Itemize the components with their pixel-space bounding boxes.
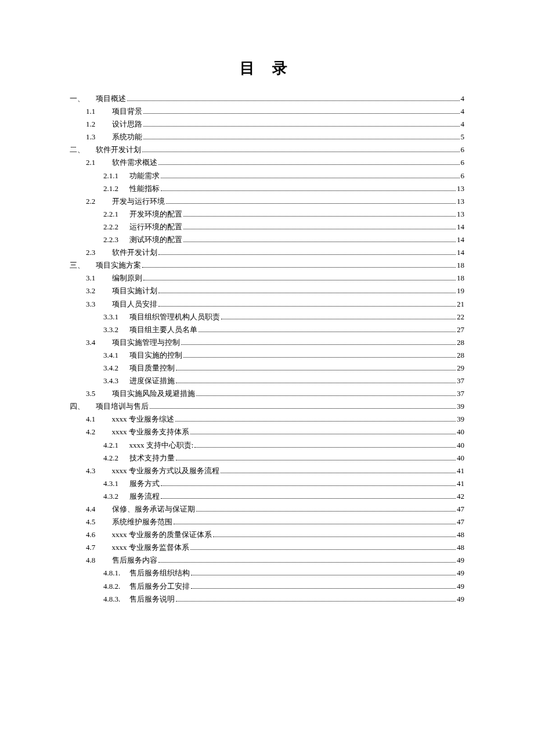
toc-page-number: 19 [457, 285, 464, 297]
toc-leader-dots [161, 478, 456, 486]
toc-number: 4.8.1. [103, 567, 125, 579]
toc-number: 4.8 [86, 554, 108, 567]
toc-leader-dots [190, 427, 456, 434]
toc-leader-dots [181, 337, 456, 345]
toc-label: 运行环境的配置 [129, 221, 182, 233]
toc-number: 4.3 [86, 465, 108, 477]
toc-leader-dots [143, 132, 460, 139]
toc-entry: 4.8.2. 售后服务分工安排49 [70, 580, 464, 593]
toc-leader-dots [143, 119, 460, 127]
toc-leader-dots [196, 504, 456, 512]
toc-number: 3.1 [86, 272, 108, 285]
toc-page-number: 47 [457, 516, 464, 528]
toc-page-number: 49 [457, 554, 464, 567]
toc-label: 进度保证措施 [129, 375, 175, 387]
toc-number: 3.3.2 [103, 323, 125, 336]
toc-entry: 2.3 软件开发计划14 [70, 246, 464, 259]
toc-label: 软件开发计划 [112, 246, 157, 259]
toc-page-number: 41 [457, 465, 464, 477]
toc-label: 项目实施的控制 [129, 349, 182, 362]
toc-number: 二、 [70, 143, 92, 156]
toc-entry: 3.4.2 项目质量控制29 [70, 362, 464, 375]
toc-label: 软件需求概述 [112, 156, 157, 169]
toc-label: 项目概述 [96, 92, 126, 105]
toc-page-number: 28 [457, 336, 464, 349]
toc-entry: 4.8 售后服务内容49 [70, 554, 464, 567]
toc-leader-dots [213, 530, 456, 537]
toc-entry: 3.2 项目实施计划19 [70, 285, 464, 297]
toc-label: 设计思路 [112, 118, 142, 131]
toc-number: 3.2 [86, 285, 108, 297]
toc-entry: 4.2 xxxx 专业服务支持体系40 [70, 426, 464, 438]
toc-leader-dots [183, 350, 456, 358]
toc-entry: 4.7 xxxx 专业服务监督体系48 [70, 541, 464, 554]
toc-leader-dots [161, 183, 456, 191]
toc-leader-dots [190, 542, 456, 550]
toc-number: 1.3 [86, 131, 108, 143]
toc-page-number: 49 [457, 593, 464, 606]
toc-entry: 1.2 设计思路4 [70, 118, 464, 131]
toc-number: 3.4.2 [103, 362, 125, 375]
toc-number: 2.2.2 [103, 221, 125, 233]
toc-page-number: 48 [457, 541, 464, 554]
toc-entry: 4.3.2 服务流程42 [70, 490, 464, 503]
toc-leader-dots [127, 93, 460, 101]
toc-number: 4.3.1 [103, 477, 125, 490]
toc-label: 保修、服务承诺与保证期 [112, 503, 195, 516]
toc-page-number: 21 [457, 298, 464, 311]
toc-label: 服务方式 [129, 477, 160, 490]
table-of-contents: 一、 项目概述41.1 项目背景41.2 设计思路41.3 系统功能5二、 软件… [70, 92, 464, 606]
toc-number: 3.5 [86, 387, 108, 400]
toc-label: 项目培训与售后 [96, 400, 149, 413]
toc-entry: 三、 项目实施方案18 [70, 259, 464, 272]
toc-leader-dots [191, 568, 456, 575]
toc-label: 项目实施方案 [96, 259, 141, 272]
toc-leader-dots [176, 453, 456, 460]
toc-number: 2.2.3 [103, 233, 125, 246]
toc-leader-dots [158, 555, 456, 563]
toc-label: 项目背景 [112, 105, 142, 118]
toc-entry: 2.2 开发与运行环境13 [70, 195, 464, 208]
toc-page-number: 5 [461, 131, 465, 143]
toc-label: xxxx 专业服务方式以及服务流程 [112, 465, 219, 477]
toc-page-number: 6 [461, 156, 465, 169]
toc-page-number: 18 [457, 259, 464, 272]
toc-number: 4.6 [86, 528, 108, 541]
toc-number: 4.8.2. [103, 580, 125, 593]
toc-leader-dots [166, 196, 456, 204]
toc-page-number: 39 [457, 400, 464, 413]
toc-entry: 2.1.1 功能需求6 [70, 170, 464, 182]
toc-page-number: 14 [457, 233, 464, 246]
toc-leader-dots [191, 581, 456, 589]
toc-label: 性能指标 [129, 182, 160, 195]
toc-label: 开发环境的配置 [129, 208, 182, 221]
toc-page-number: 4 [461, 105, 465, 118]
toc-page-number: 40 [457, 439, 464, 452]
toc-leader-dots [150, 401, 456, 409]
toc-entry: 3.3.2 项目组主要人员名单27 [70, 323, 464, 336]
toc-page-number: 18 [457, 272, 464, 285]
toc-leader-dots [174, 517, 456, 524]
toc-entry: 一、 项目概述4 [70, 92, 464, 105]
toc-label: xxxx 支持中心职责: [129, 439, 194, 452]
toc-leader-dots [158, 286, 456, 293]
toc-label: 项目人员安排 [112, 298, 157, 311]
toc-leader-dots [221, 466, 456, 473]
toc-number: 2.1 [86, 156, 108, 169]
toc-number: 2.3 [86, 246, 108, 259]
toc-page-number: 27 [457, 323, 464, 336]
toc-number: 1.2 [86, 118, 108, 131]
toc-label: 售后服务内容 [112, 554, 157, 567]
toc-leader-dots [143, 273, 456, 280]
toc-number: 3.4.1 [103, 349, 125, 362]
toc-label: xxxx 专业服务的质量保证体系 [112, 528, 212, 541]
toc-number: 1.1 [86, 105, 108, 118]
toc-leader-dots [142, 145, 460, 152]
toc-entry: 4.4 保修、服务承诺与保证期47 [70, 503, 464, 516]
toc-page-number: 48 [457, 528, 464, 541]
toc-entry: 4.2.1 xxxx 支持中心职责:40 [70, 439, 464, 452]
toc-page-number: 42 [457, 490, 464, 503]
toc-number: 3.3.1 [103, 311, 125, 323]
toc-entry: 3.4.3 进度保证措施37 [70, 375, 464, 387]
toc-leader-dots [158, 299, 456, 307]
